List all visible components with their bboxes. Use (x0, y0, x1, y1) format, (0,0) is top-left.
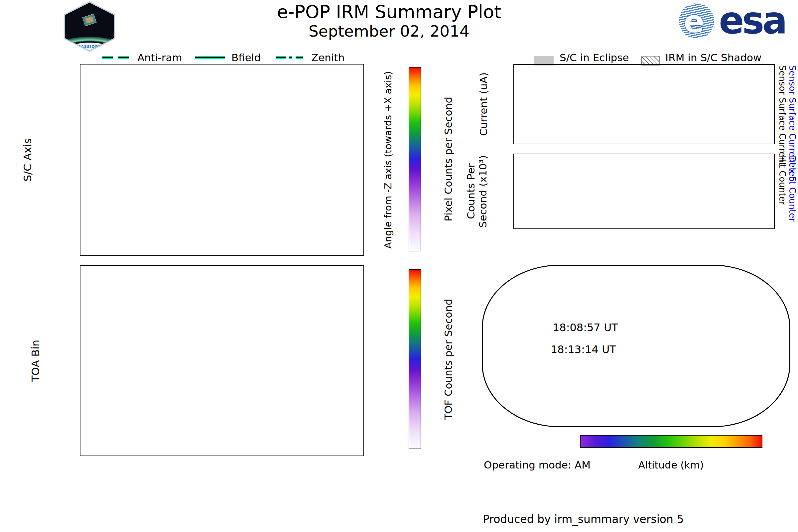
counts-right-label-black: Hit Counter (777, 156, 787, 205)
toa-spectrogram-overlay (80, 266, 363, 455)
altitude-colorbar (580, 435, 762, 448)
pixel-colorbar-label: Pixel Counts per Second (442, 67, 454, 251)
counts-chart-svg (514, 154, 774, 228)
cassiope-label: CASSIOPE (63, 44, 116, 49)
sc-axis-spectrogram (80, 64, 364, 256)
counts-ylabel-line1: Counts Per (465, 154, 477, 229)
zenith-line-sample (276, 56, 303, 59)
tof-colorbar-label: TOF Counts per Second (442, 269, 454, 449)
counts-chart (513, 154, 775, 229)
sc-axis-ylabel: S/C Axis (21, 64, 34, 256)
angle-axis-label: Angle from -Z axis (towards +X axis) (382, 64, 394, 256)
map-end-time-label: 18:13:14 UT (551, 343, 616, 356)
tof-colorbar (408, 269, 421, 449)
operating-mode: Operating mode: AM (484, 459, 590, 471)
esa-globe-icon: e (679, 3, 714, 39)
esa-globe-e: e (684, 4, 704, 39)
cassiope-logo: CASSIOPE (61, 1, 117, 52)
world-map-canvas (483, 266, 790, 426)
current-chart-svg (514, 65, 774, 143)
legend-eclipse-label: S/C in Eclipse (559, 52, 629, 63)
legend-bfield-label: Bfield (231, 52, 261, 63)
anti-ram-line-sample (102, 56, 129, 59)
sc-axis-spectrogram-overlay (80, 64, 363, 255)
current-ylabel: Current (uA) (477, 64, 490, 144)
esa-logo: e esa (679, 3, 795, 41)
pixel-colorbar (408, 67, 421, 251)
epop-irm-summary-figure: CASSIOPE e-POP IRM Summary Plot Septembe… (0, 0, 798, 532)
current-right-label-black: Sensor Surface Current (777, 65, 787, 166)
esa-wordmark: esa (719, 0, 785, 42)
bfield-line-sample (195, 56, 225, 59)
legend-anti-ram-label: Anti-ram (137, 52, 182, 63)
current-chart (513, 64, 775, 144)
map-start-time-label: 18:08:57 UT (553, 321, 618, 334)
legend-zenith-label: Zenith (311, 52, 344, 63)
legend-shadow-label: IRM in S/C Shadow (665, 52, 761, 63)
produced-by: Produced by irm_summary version 5 (483, 513, 684, 525)
world-map (482, 265, 790, 427)
counts-right-label-blue: Detect Counter (787, 156, 797, 222)
toa-ylabel: TOA Bin (29, 265, 42, 456)
toa-spectrogram (80, 265, 364, 456)
satellite-icon (82, 14, 97, 26)
cassiope-logo-art: CASSIOPE (63, 3, 116, 51)
page-date: September 02, 2014 (166, 22, 612, 40)
counts-ylabel-line2: Second (x10³) (477, 154, 489, 229)
altitude-bar-label: Altitude (km) (621, 459, 721, 471)
page-title: e-POP IRM Summary Plot (166, 1, 612, 22)
